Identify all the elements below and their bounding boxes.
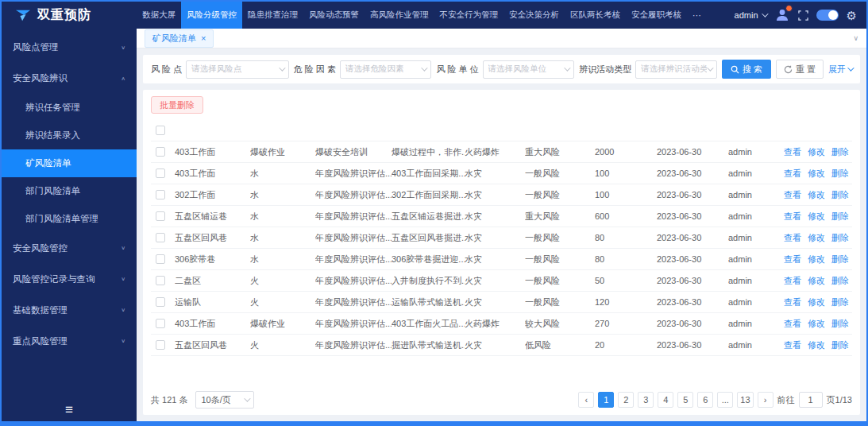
sidebar-item[interactable]: 重点风险管理 ∨ <box>2 326 137 357</box>
settings-gear-icon[interactable]: ⚙ <box>847 10 857 21</box>
sidebar-item[interactable]: 矿风险清单 <box>2 149 137 177</box>
top-nav-item[interactable]: 区队两长考核 <box>565 2 626 29</box>
view-link[interactable]: 查看 <box>784 318 801 330</box>
sidebar-item[interactable]: 安全风险管控 ∨ <box>2 233 137 264</box>
row-checkbox[interactable] <box>156 276 165 285</box>
edit-link[interactable]: 修改 <box>808 296 825 308</box>
sidebar-item[interactable]: 风险点管理 ∨ <box>2 32 137 63</box>
cell-task: 年度风险辨识评估... <box>315 296 392 308</box>
row-checkbox[interactable] <box>156 297 165 307</box>
view-link[interactable]: 查看 <box>784 146 801 158</box>
top-nav-item[interactable]: 风险动态预警 <box>303 2 365 29</box>
top-nav-item[interactable]: 隐患排查治理 <box>242 2 303 29</box>
delete-link[interactable]: 删除 <box>831 146 849 158</box>
top-nav-item[interactable]: 不安全行为管理 <box>434 2 504 29</box>
reset-button[interactable]: 重 置 <box>776 60 824 79</box>
sidebar-item[interactable]: 部门风险清单 <box>2 177 137 205</box>
sidebar-item[interactable]: 安全风险辨识 ∧ <box>2 63 137 94</box>
fullscreen-icon[interactable] <box>798 10 808 21</box>
filter-select[interactable]: 请选择危险因素 <box>340 60 432 79</box>
view-link[interactable]: 查看 <box>784 189 801 201</box>
row-checkbox[interactable] <box>156 168 165 178</box>
tabbar-collapse-icon[interactable]: ∨ <box>853 34 858 42</box>
avatar[interactable] <box>774 7 790 23</box>
goto-page-input[interactable] <box>799 392 823 408</box>
edit-link[interactable]: 修改 <box>808 339 825 351</box>
view-link[interactable]: 查看 <box>784 275 801 287</box>
edit-link[interactable]: 修改 <box>808 189 825 201</box>
sidebar-item[interactable]: 基础数据管理 ∨ <box>2 295 137 326</box>
cell-entry-user: admin <box>728 297 784 307</box>
filter-label: 辨识活动类型 <box>579 64 631 76</box>
view-link[interactable]: 查看 <box>784 168 801 180</box>
page-button[interactable]: 2 <box>618 392 634 408</box>
row-checkbox[interactable] <box>156 147 165 157</box>
delete-link[interactable]: 删除 <box>831 318 849 330</box>
row-checkbox[interactable] <box>156 254 165 264</box>
page-size-select[interactable]: 10条/页 <box>195 391 254 409</box>
table-row: 五盘区辅运巷 水 年度风险辨识评估... 五盘区辅运巷掘进... 水灾 重大风险… <box>151 206 852 227</box>
chevron-down-icon <box>422 64 428 71</box>
edit-link[interactable]: 修改 <box>808 275 825 287</box>
view-link[interactable]: 查看 <box>784 232 801 244</box>
view-link[interactable]: 查看 <box>784 211 801 223</box>
filter-label: 风 险 点 <box>151 64 182 76</box>
delete-link[interactable]: 删除 <box>831 339 849 351</box>
edit-link[interactable]: 修改 <box>808 318 825 330</box>
top-nav-item[interactable]: 风险分级管控 <box>181 2 242 29</box>
delete-link[interactable]: 删除 <box>831 211 849 223</box>
edit-link[interactable]: 修改 <box>808 146 825 158</box>
edit-link[interactable]: 修改 <box>808 211 825 223</box>
filter-select[interactable]: 请选择风险点 <box>186 60 289 79</box>
top-nav-item[interactable]: ⋯ <box>687 2 707 29</box>
top-nav-item[interactable]: 数据大屏 <box>137 2 181 29</box>
delete-link[interactable]: 删除 <box>831 296 849 308</box>
sidebar-item[interactable]: 风险管控记录与查询 ∨ <box>2 264 137 295</box>
row-checkbox[interactable] <box>156 340 165 350</box>
delete-link[interactable]: 删除 <box>831 168 849 180</box>
tab-mine-risk-list[interactable]: 矿风险清单 × <box>145 29 214 48</box>
row-checkbox[interactable] <box>156 233 165 242</box>
delete-link[interactable]: 删除 <box>831 232 849 244</box>
delete-link[interactable]: 删除 <box>831 254 849 265</box>
tab-close-icon[interactable]: × <box>201 33 206 43</box>
batch-delete-button[interactable]: 批量删除 <box>151 96 203 114</box>
view-link[interactable]: 查看 <box>784 254 801 265</box>
select-all-checkbox[interactable] <box>156 126 165 135</box>
table-row: 运输队 火 年度风险辨识评估... 运输队带式输送机... 火灾 一般风险 12… <box>151 292 852 313</box>
row-checkbox[interactable] <box>156 211 165 221</box>
top-nav-item[interactable]: 安全决策分析 <box>503 2 565 29</box>
delete-link[interactable]: 删除 <box>831 275 849 287</box>
page-button[interactable]: 6 <box>697 392 713 408</box>
edit-link[interactable]: 修改 <box>808 254 825 265</box>
chevron-icon: ∨ <box>121 277 125 282</box>
next-page-button[interactable]: › <box>758 392 773 408</box>
page-button[interactable]: 1 <box>598 392 614 408</box>
cell-risk-count: 100 <box>595 190 657 199</box>
sidebar-item[interactable]: 辨识任务管理 <box>2 94 137 122</box>
search-button[interactable]: 搜 索 <box>722 60 771 79</box>
edit-link[interactable]: 修改 <box>808 232 825 244</box>
user-menu[interactable]: admin <box>735 10 766 20</box>
prev-page-button[interactable]: ‹ <box>578 392 594 408</box>
sidebar-item[interactable]: 部门风险清单管理 <box>2 205 137 233</box>
top-nav-item[interactable]: 高风险作业管理 <box>365 2 434 29</box>
delete-link[interactable]: 删除 <box>831 189 849 201</box>
expand-link[interactable]: 展开 <box>828 64 852 76</box>
view-link[interactable]: 查看 <box>784 339 801 351</box>
top-nav-item[interactable]: 安全履职考核 <box>626 2 687 29</box>
row-checkbox[interactable] <box>156 190 165 199</box>
edit-link[interactable]: 修改 <box>808 168 825 180</box>
page-button[interactable]: 13 <box>737 392 753 408</box>
theme-toggle[interactable] <box>816 10 839 21</box>
page-button[interactable]: ... <box>717 392 733 408</box>
page-button[interactable]: 5 <box>677 392 693 408</box>
view-link[interactable]: 查看 <box>784 296 801 308</box>
row-checkbox[interactable] <box>156 319 165 328</box>
filter-select[interactable]: 请选择辨识活动类型 <box>635 60 717 79</box>
collapse-menu-icon[interactable]: ≡ <box>65 403 73 416</box>
page-button[interactable]: 3 <box>638 392 654 408</box>
filter-select[interactable]: 请选择风险单位 <box>483 60 575 79</box>
sidebar-item[interactable]: 辨识结果录入 <box>2 122 137 149</box>
page-button[interactable]: 4 <box>658 392 673 408</box>
